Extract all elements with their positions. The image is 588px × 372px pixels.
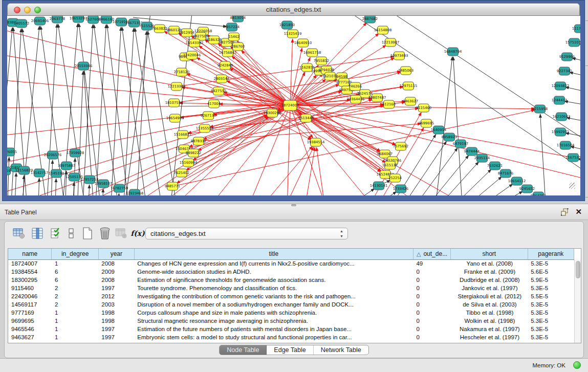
graph-node[interactable]: 1621072 [322,72,338,80]
column-header-pagerank[interactable]: pagerank [528,249,574,259]
table-cell[interactable]: 1998 [98,309,134,317]
table-cell[interactable]: 5.3E-5 [528,333,574,341]
graph-node[interactable]: 9699695 [419,119,434,127]
graph-node[interactable]: 16961758 [303,49,321,57]
table-cell[interactable]: 2012 [98,292,134,300]
table-cell[interactable]: 2008 [98,259,134,268]
table-cell[interactable]: Disruption of a novel member of a sodium… [134,300,413,309]
graph-node[interactable]: 15160994 [180,159,198,167]
graph-node[interactable]: 8471676 [498,169,513,178]
table-cell[interactable]: Structural magnetic resonance image aver… [134,317,413,325]
table-cell[interactable]: 19384554 [8,268,52,276]
table-cell[interactable]: 1 [52,325,98,333]
table-row[interactable]: 946362711997Embryonic stem cells: a mode… [8,333,574,341]
table-cell[interactable]: 5.3E-5 [528,317,574,325]
table-cell[interactable]: Corpus callosum shape and size in male p… [134,309,413,317]
graph-node[interactable]: 18107554 [165,99,183,107]
graph-node[interactable]: 12213987 [382,38,400,47]
tab-node-table[interactable]: Node Table [220,345,267,355]
table-cell[interactable]: 2 [52,284,98,292]
table-cell[interactable]: Estimation of the future numbers of pati… [134,325,413,333]
graph-node[interactable]: 1145194 [49,169,64,178]
graph-node[interactable]: 9463627 [403,97,418,105]
table-row[interactable]: 946554611997Estimation of the future num… [8,325,574,333]
table-cell[interactable]: Genome-wide association studies in ADHD. [134,268,413,276]
memory-status-indicator[interactable] [573,361,581,369]
graph-node[interactable]: 12975115 [400,82,418,90]
graph-node[interactable]: 1405572 [14,19,29,28]
graph-node[interactable]: 15462 [228,33,239,41]
table-cell[interactable]: Changes of HCN gene expression and I(f) … [134,259,413,268]
table-cell[interactable]: 14569117 [8,300,52,309]
network-window[interactable]: citations_edges.txt 18381301405572206914… [2,0,585,201]
table-cell[interactable]: 18724007 [8,259,52,268]
function-builder-icon[interactable]: f(x) [130,227,145,240]
table-cell[interactable]: 5.6E-5 [528,268,574,276]
table-cell[interactable]: 0 [413,325,450,333]
table-cell[interactable]: 5.9E-5 [528,276,574,284]
graph-node[interactable]: 1921850 [279,21,295,29]
graph-node[interactable]: 9267130 [201,112,216,120]
graph-node[interactable]: 1167531 [565,154,580,162]
column-checklist-icon[interactable] [49,227,63,240]
table-cell[interactable]: Jankovic et al. (1997) [451,284,528,292]
table-cell[interactable]: 5.3E-5 [528,325,574,333]
graph-node[interactable]: 13142757 [31,169,49,177]
graph-node[interactable]: 1117243 [572,25,580,33]
table-scrollbar-thumb[interactable] [576,261,580,278]
table-cell[interactable]: 1 [52,259,98,268]
graph-node[interactable]: 33159 [7,167,11,175]
table-cell[interactable]: Wolkin et al. (1998) [451,317,528,325]
table-cell[interactable]: 2003 [98,300,134,309]
graph-node[interactable]: 9129966 [559,53,575,61]
graph-node[interactable]: 18724007 [281,100,299,111]
graph-node[interactable]: 2063778 [50,16,65,23]
table-row[interactable]: 1830029562008Estimation of significance … [8,276,574,284]
table-cell[interactable]: 5.3E-5 [528,309,574,317]
table-cell[interactable]: 0 [413,284,450,292]
graph-node[interactable]: 7663822 [152,25,167,33]
float-panel-icon[interactable] [561,208,569,216]
graph-node[interactable]: 30975887 [58,162,76,170]
table-cell[interactable]: Investigating the contribution of common… [134,292,413,300]
graph-node[interactable]: 286760 [231,42,245,51]
graph-node[interactable]: 12923468 [126,189,144,195]
table-cell[interactable]: 5.3E-5 [528,284,574,292]
graph-node[interactable]: 7632621 [487,162,503,170]
graph-node[interactable]: 1640954 [431,126,446,134]
graph-node[interactable]: 12213363 [168,82,186,91]
table-cell[interactable]: 49 [413,259,450,268]
graph-node[interactable]: 612160 [382,100,396,108]
new-table-icon[interactable] [80,227,95,240]
graph-node[interactable]: 6479197 [453,140,468,148]
table-cell[interactable]: 0 [413,317,450,325]
graph-node[interactable]: 2526055 [7,148,17,156]
graph-node[interactable]: 1513445 [298,114,314,122]
graph-node[interactable]: 20206576 [44,151,62,159]
table-cell[interactable]: 9699695 [8,317,52,325]
splitter-handle[interactable] [291,204,296,206]
table-cell[interactable]: Stergiakouli et al. (2012) [451,292,528,300]
table-cell[interactable]: 5.3E-5 [528,300,574,309]
table-row[interactable]: 1938455462009Genome-wide association stu… [8,268,574,276]
table-row[interactable]: 1456911722003Disruption of a novel membe… [8,300,574,309]
close-panel-icon[interactable]: ✕ [575,207,582,216]
graph-node[interactable]: 20691406 [31,17,49,25]
graph-node[interactable]: 6466160 [99,16,114,24]
graph-node[interactable]: 7625402 [174,169,189,177]
graph-node[interactable]: 8064251 [531,192,546,195]
table-cell[interactable]: 0 [413,333,450,341]
row-height-icon[interactable] [64,227,78,240]
graph-node[interactable]: 9474444 [464,147,480,156]
table-cell[interactable]: 5.5E-5 [528,292,574,300]
graph-node[interactable]: 2803144 [214,75,229,83]
graph-node[interactable]: 2935114 [474,154,490,162]
select-column-icon[interactable] [30,227,45,240]
table-cell[interactable]: Tourette syndrome. Phenomenology and cla… [134,284,413,292]
graph-node[interactable]: 7575692 [393,142,408,150]
table-scrollbar[interactable] [574,260,581,343]
network-canvas[interactable]: 1838130140557220691406206377810653287152… [7,16,580,195]
column-header-title[interactable]: title [134,249,413,259]
graph-node[interactable]: 7485063 [398,67,413,75]
table-row[interactable]: 1872400712008Changes of HCN gene express… [8,259,574,268]
